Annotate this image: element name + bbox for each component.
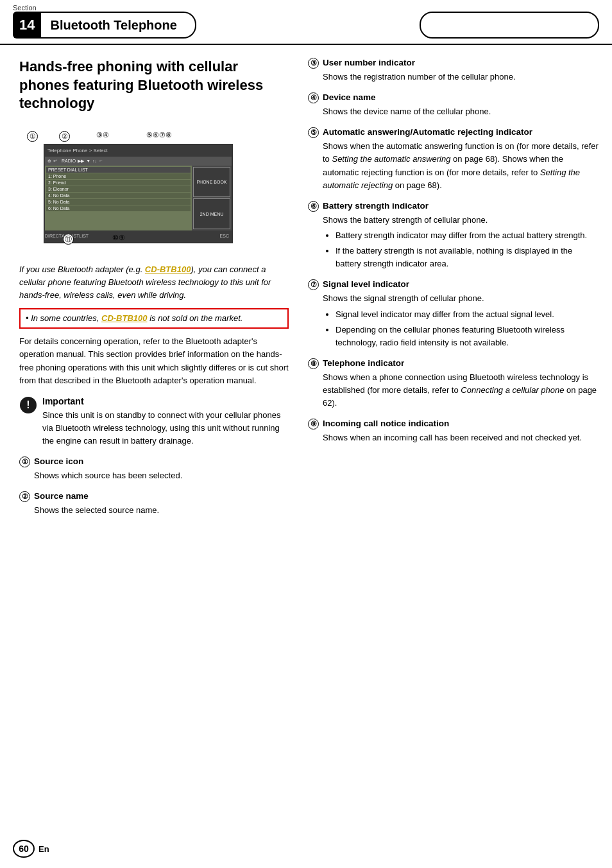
svg-text:!: ! <box>26 399 30 410</box>
bullet-7-1: Signal level indicator may differ from t… <box>336 308 599 321</box>
screen-list-item-5: 5: No Data <box>46 199 191 205</box>
important-label: Important <box>42 396 289 406</box>
item-4-heading: Device name <box>323 92 376 102</box>
item-2-header: ② Source name <box>19 491 289 502</box>
important-content: Important Since this unit is on standby … <box>42 396 289 447</box>
callout-34: ③④ <box>96 131 109 139</box>
circle-num-9: ⑨ <box>308 419 319 430</box>
item-6-header: ⑥ Battery strength indicator <box>308 201 599 212</box>
circle-num-8: ⑧ <box>308 358 319 369</box>
item-4-header: ④ Device name <box>308 92 599 103</box>
item-1-header: ① Source icon <box>19 456 289 467</box>
item-user-number: ③ User number indicator Shows the regist… <box>308 58 599 83</box>
item-device-name: ④ Device name Shows the device name of t… <box>308 92 599 118</box>
item-5-body: Shows when the automatic answering funct… <box>308 140 599 192</box>
item-source-name: ② Source name Shows the selected source … <box>19 491 289 517</box>
bullet-6-1: Battery strength indicator may differ fr… <box>336 229 599 242</box>
item-4-body: Shows the device name of the cellular ph… <box>308 105 599 118</box>
item-telephone-indicator: ⑧ Telephone indicator Shows when a phone… <box>308 358 599 410</box>
item-8-header: ⑧ Telephone indicator <box>308 358 599 369</box>
important-box: ! Important Since this unit is on standb… <box>19 396 289 447</box>
item-7-header: ⑦ Signal level indicator <box>308 279 599 290</box>
circle-num-2: ② <box>19 491 30 502</box>
intro-paragraph: If you use Bluetooth adapter (e.g. CD-BT… <box>19 263 289 302</box>
item-6-body: Shows the battery strength of cellular p… <box>308 214 599 271</box>
screen-btn-phonebook: PHONE BOOK <box>193 167 230 198</box>
screen-icons-bar: ⊕↵RADIO▶▶▼↑↓← <box>45 157 232 166</box>
item-7-body: Shows the signal strength of cellular ph… <box>308 292 599 349</box>
item-source-icon: ① Source icon Shows which source has bee… <box>19 456 289 482</box>
cd-btb100-link-1: CD-BTB100 <box>145 265 191 274</box>
section-title: Bluetooth Telephone <box>41 12 196 39</box>
circle-num-6: ⑥ <box>308 201 319 212</box>
callout-109: ⑩⑨ <box>112 234 125 242</box>
item-5-heading: Automatic answering/Automatic rejecting … <box>323 127 532 137</box>
simulated-screen: Telephone Phone > Select ⊕↵RADIO▶▶▼↑↓← P… <box>44 144 233 243</box>
body-paragraph: For details concerning operation, refer … <box>19 335 289 387</box>
highlight-warning-box: • In some countries, CD-BTB100 is not so… <box>19 308 289 329</box>
item-9-header: ⑨ Incoming call notice indication <box>308 419 599 430</box>
item-incoming-call: ⑨ Incoming call notice indication Shows … <box>308 419 599 444</box>
callout-1: ① <box>27 131 38 142</box>
circle-num-7: ⑦ <box>308 279 319 290</box>
item-1-heading: Source icon <box>34 456 83 466</box>
section-number: 14 <box>13 12 41 39</box>
item-8-heading: Telephone indicator <box>323 358 404 368</box>
screen-list-item-1: 1: Phone <box>46 173 191 179</box>
item-auto-answer: ⑤ Automatic answering/Automatic rejectin… <box>308 127 599 192</box>
item-6-bullets: Battery strength indicator may differ fr… <box>323 229 599 270</box>
header-right-box <box>420 12 599 39</box>
section-label: Section <box>13 4 37 12</box>
callout-5678: ⑤⑥⑦⑧ <box>146 131 172 139</box>
item-signal-level: ⑦ Signal level indicator Shows the signa… <box>308 279 599 349</box>
item-6-heading: Battery strength indicator <box>323 201 429 211</box>
left-column: Hands-free phoning with cellular phones … <box>19 58 302 526</box>
item-5-header: ⑤ Automatic answering/Automatic rejectin… <box>308 127 599 138</box>
item-battery-strength: ⑥ Battery strength indicator Shows the b… <box>308 201 599 271</box>
item-9-body: Shows when an incoming call has been rec… <box>308 431 599 444</box>
screen-list-item-2: 2: Friend <box>46 180 191 186</box>
item-7-bullets: Signal level indicator may differ from t… <box>323 308 599 349</box>
screen-list-item-6: 6: No Data <box>46 205 191 211</box>
cd-btb100-link-2: CD-BTB100 <box>101 313 148 323</box>
circle-num-1: ① <box>19 456 30 467</box>
item-7-heading: Signal level indicator <box>323 279 409 289</box>
item-3-header: ③ User number indicator <box>308 58 599 69</box>
circle-num-3: ③ <box>308 58 319 69</box>
bullet-7-2: Depending on the cellular phones featuri… <box>336 324 599 349</box>
item-9-heading: Incoming call notice indication <box>323 419 449 428</box>
item-3-heading: User number indicator <box>323 58 415 67</box>
important-icon: ! <box>19 396 37 414</box>
screen-right-panel: PHONE BOOK 2ND MENU <box>192 166 232 230</box>
bullet-6-2: If the battery strength is not available… <box>336 245 599 270</box>
callout-11: ⑪ <box>63 234 74 245</box>
item-1-body: Shows which source has been selected. <box>19 469 289 482</box>
screen-list-item-3: 3: Eleanor <box>46 186 191 192</box>
diagram-area: ① ② ③④ ⑤⑥⑦⑧ Telephone Phone > Select ⊕↵R… <box>19 126 257 254</box>
circle-num-5: ⑤ <box>308 127 319 138</box>
page-lang: En <box>38 844 49 854</box>
item-3-body: Shows the registration number of the cel… <box>308 71 599 83</box>
item-6-text: Shows the battery strength of cellular p… <box>323 215 488 225</box>
item-7-text: Shows the signal strength of cellular ph… <box>323 293 484 303</box>
screen-top-bar: Telephone Phone > Select <box>45 145 232 157</box>
page-header: 14 Bluetooth Telephone <box>0 0 612 45</box>
item-2-body: Shows the selected source name. <box>19 504 289 517</box>
section-title-group: 14 Bluetooth Telephone <box>13 12 196 39</box>
page-footer: 60 En <box>13 840 49 858</box>
page-number: 60 <box>13 840 35 858</box>
screen-list-header: PRESET DIAL LIST <box>46 167 191 173</box>
main-content: Hands-free phoning with cellular phones … <box>0 45 612 539</box>
important-text: Since this unit is on standby to connect… <box>42 409 289 447</box>
item-8-body: Shows when a phone connection using Blue… <box>308 371 599 410</box>
screen-list-area: PRESET DIAL LIST 1: Phone 2: Friend 3: E… <box>45 166 192 230</box>
screen-list-item-4: 4: No Data <box>46 193 191 198</box>
screen-title: Telephone Phone > Select <box>47 148 108 153</box>
item-2-heading: Source name <box>34 491 89 501</box>
screen-btn-2ndmenu: 2ND MENU <box>193 198 230 229</box>
callout-2: ② <box>59 131 70 142</box>
circle-num-4: ④ <box>308 92 319 103</box>
right-column: ③ User number indicator Shows the regist… <box>302 58 599 526</box>
page-title: Hands-free phoning with cellular phones … <box>19 58 289 113</box>
